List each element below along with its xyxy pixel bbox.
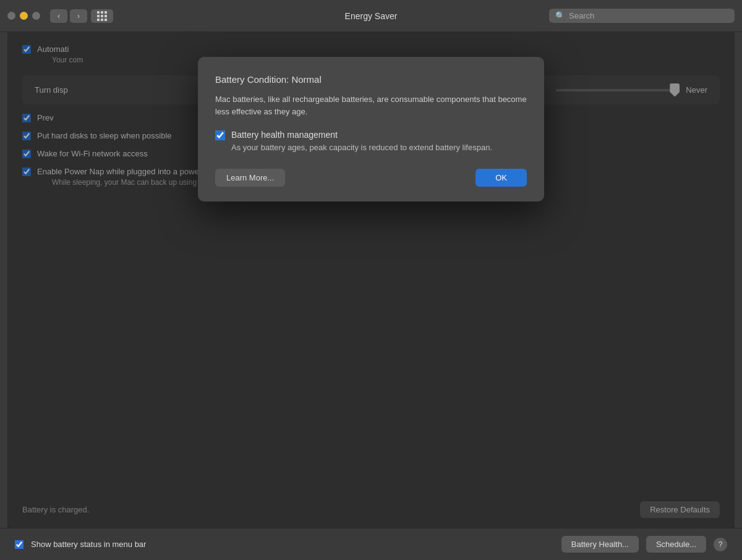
battery-health-modal: Battery Condition: Normal Mac batteries,… [198, 57, 544, 202]
show-battery-label: Show battery status in menu bar [31, 540, 554, 549]
nav-buttons: ‹ › [50, 9, 87, 23]
schedule-button[interactable]: Schedule... [646, 536, 706, 553]
condition-label: Battery Condition: [215, 74, 289, 85]
search-box[interactable]: 🔍 [549, 9, 735, 23]
search-icon: 🔍 [555, 11, 565, 20]
grid-button[interactable] [91, 9, 113, 23]
battery-health-checkbox[interactable] [215, 130, 225, 140]
traffic-lights [7, 12, 40, 20]
modal-condition: Battery Condition: Normal [215, 74, 527, 85]
maximize-button[interactable] [32, 12, 40, 20]
grid-icon [97, 11, 107, 21]
back-button[interactable]: ‹ [50, 9, 67, 23]
battery-health-label: Battery health management [231, 130, 492, 140]
ok-button[interactable]: OK [475, 169, 527, 187]
title-bar: ‹ › Energy Saver 🔍 [0, 0, 742, 32]
modal-footer: Learn More... OK [215, 169, 527, 187]
learn-more-button[interactable]: Learn More... [215, 169, 285, 187]
modal-description: Mac batteries, like all rechargeable bat… [215, 93, 527, 117]
modal-overlay: Battery Condition: Normal Mac batteries,… [7, 32, 735, 528]
modal-checkbox-row: Battery health management As your batter… [215, 130, 527, 154]
condition-value: Normal [291, 74, 321, 85]
search-input[interactable] [569, 11, 728, 20]
close-button[interactable] [7, 12, 15, 20]
minimize-button[interactable] [20, 12, 28, 20]
footer-bar: Show battery status in menu bar Battery … [0, 528, 742, 560]
show-battery-checkbox[interactable] [15, 540, 23, 549]
forward-button[interactable]: › [70, 9, 87, 23]
battery-health-sublabel: As your battery ages, peak capacity is r… [231, 142, 492, 154]
help-button[interactable]: ? [714, 538, 727, 551]
battery-health-button[interactable]: Battery Health... [561, 536, 639, 553]
window-title: Energy Saver [345, 11, 398, 21]
main-content: Automati Your com Turn disp Never Prev [7, 32, 735, 528]
